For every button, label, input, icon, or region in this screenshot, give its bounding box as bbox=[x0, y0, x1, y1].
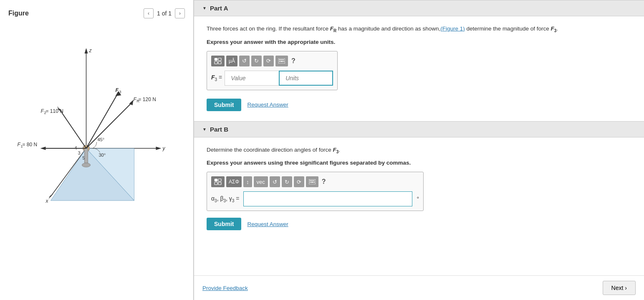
svg-text:z: z bbox=[89, 48, 92, 53]
part-a-section: ▼ Part A Three forces act on the ring. I… bbox=[194, 0, 644, 121]
svg-rect-58 bbox=[313, 180, 314, 181]
svg-rect-46 bbox=[283, 59, 284, 60]
next-btn[interactable]: Next › bbox=[603, 281, 636, 295]
svg-text:x: x bbox=[45, 198, 49, 204]
right-panel: ▼ Part A Three forces act on the ring. I… bbox=[194, 0, 644, 300]
svg-text:3: 3 bbox=[78, 150, 81, 155]
part-b-eq-label: α3, β3, γ3 = bbox=[211, 195, 239, 203]
svg-rect-51 bbox=[218, 179, 221, 181]
part-a-action-row: Submit Request Answer bbox=[207, 99, 631, 111]
mu-btn[interactable]: μÅ bbox=[226, 56, 237, 66]
keyboard-btn-a[interactable] bbox=[275, 56, 288, 66]
svg-rect-57 bbox=[312, 180, 313, 181]
provide-feedback-btn[interactable]: Provide Feedback bbox=[202, 285, 248, 291]
svg-rect-39 bbox=[218, 58, 221, 61]
svg-rect-41 bbox=[218, 61, 221, 64]
svg-rect-56 bbox=[311, 180, 312, 181]
svg-rect-40 bbox=[215, 61, 217, 64]
vec-btn[interactable]: vec bbox=[254, 176, 268, 187]
keyboard-btn-b[interactable] bbox=[306, 176, 318, 187]
next-label: Next bbox=[611, 285, 624, 291]
svg-text:3: 3 bbox=[119, 90, 121, 94]
part-b-question: Determine the coordinate direction angle… bbox=[207, 146, 631, 155]
svg-rect-12 bbox=[85, 148, 88, 163]
figure1-link[interactable]: (Figure 1) bbox=[440, 25, 465, 32]
help-btn-b[interactable]: ? bbox=[320, 178, 328, 186]
svg-text:F: F bbox=[41, 108, 44, 114]
part-a-question: Three forces act on the ring. If the res… bbox=[207, 25, 631, 34]
part-b-request-answer-btn[interactable]: Request Answer bbox=[247, 221, 288, 227]
svg-marker-1 bbox=[85, 48, 88, 53]
next-arrow-icon: › bbox=[625, 285, 627, 291]
part-a-units-input[interactable] bbox=[279, 71, 333, 86]
svg-text:F: F bbox=[116, 87, 119, 93]
part-b-action-row: Submit Request Answer bbox=[207, 218, 631, 230]
reset-btn-a[interactable]: ⟳ bbox=[263, 56, 274, 66]
part-b-content: Determine the coordinate direction angle… bbox=[194, 137, 644, 241]
figure-header: Figure ‹ 1 of 1 › bbox=[8, 8, 185, 18]
vec-label: vec bbox=[257, 179, 265, 185]
svg-text:30°: 30° bbox=[99, 153, 106, 158]
figure-next-btn[interactable]: › bbox=[175, 8, 185, 18]
svg-rect-53 bbox=[218, 182, 221, 185]
svg-text:4: 4 bbox=[75, 145, 77, 150]
svg-rect-45 bbox=[282, 59, 283, 60]
svg-rect-50 bbox=[215, 179, 217, 181]
undo-btn-a[interactable]: ↺ bbox=[239, 56, 250, 66]
svg-text:45°: 45° bbox=[98, 137, 105, 142]
part-b-input-box: ΑΣΦ ↕ vec ↺ ↻ ⟳ bbox=[207, 172, 424, 211]
part-a-collapse-icon[interactable]: ▼ bbox=[202, 6, 207, 10]
arrows-btn[interactable]: ↕ bbox=[243, 176, 252, 187]
part-b-collapse-icon[interactable]: ▼ bbox=[202, 127, 207, 132]
svg-text:= 80 N: = 80 N bbox=[23, 142, 38, 147]
figure-nav: ‹ 1 of 1 › bbox=[144, 8, 185, 18]
part-b-toolbar: ΑΣΦ ↕ vec ↺ ↻ ⟳ bbox=[211, 176, 419, 187]
reset-btn-b[interactable]: ⟳ bbox=[294, 176, 304, 187]
part-a-content: Three forces act on the ring. If the res… bbox=[194, 16, 644, 121]
part-b-submit-btn[interactable]: Submit bbox=[207, 218, 241, 230]
svg-rect-55 bbox=[310, 180, 311, 181]
svg-marker-4 bbox=[156, 147, 162, 150]
part-b-header: ▼ Part B bbox=[194, 121, 644, 137]
mu-label: μÅ bbox=[229, 58, 235, 64]
figure-nav-label: 1 of 1 bbox=[157, 10, 172, 17]
svg-rect-38 bbox=[215, 58, 217, 61]
part-b-label: Part B bbox=[210, 126, 228, 133]
part-a-input-box: μÅ ↺ ↻ ⟳ bbox=[207, 51, 338, 90]
figure-prev-btn[interactable]: ‹ bbox=[144, 8, 154, 18]
alpha-sigma-label: ΑΣΦ bbox=[229, 179, 239, 185]
svg-rect-44 bbox=[280, 59, 281, 60]
svg-point-13 bbox=[82, 163, 91, 167]
redo-btn-b[interactable]: ↻ bbox=[282, 176, 292, 187]
help-btn-a[interactable]: ? bbox=[290, 57, 297, 65]
grid-icon-btn[interactable] bbox=[211, 56, 225, 66]
part-b-section: ▼ Part B Determine the coordinate direct… bbox=[194, 121, 644, 241]
svg-marker-15 bbox=[40, 147, 46, 150]
matrix-btn[interactable] bbox=[211, 176, 225, 187]
left-panel: Figure ‹ 1 of 1 › z y x F bbox=[0, 0, 194, 300]
part-b-instruction: Express your answers using three signifi… bbox=[207, 160, 631, 166]
part-a-toolbar: μÅ ↺ ↻ ⟳ bbox=[211, 56, 333, 66]
svg-text:= 120 N: = 120 N bbox=[139, 97, 156, 102]
bottom-bar: Provide Feedback Next › bbox=[194, 275, 644, 300]
part-a-eq-label: F3 = bbox=[211, 74, 222, 82]
redo-btn-a[interactable]: ↻ bbox=[251, 56, 262, 66]
part-b-input-row: α3, β3, γ3 = ° bbox=[211, 191, 419, 206]
svg-rect-52 bbox=[215, 182, 217, 185]
part-b-answer-input[interactable] bbox=[243, 191, 412, 206]
alpha-sigma-btn[interactable]: ΑΣΦ bbox=[226, 176, 242, 187]
part-a-request-answer-btn[interactable]: Request Answer bbox=[247, 102, 288, 108]
svg-rect-49 bbox=[283, 61, 284, 62]
svg-rect-47 bbox=[279, 61, 280, 62]
part-a-submit-btn[interactable]: Submit bbox=[207, 99, 241, 111]
svg-rect-48 bbox=[280, 61, 283, 62]
svg-text:F: F bbox=[134, 97, 137, 102]
svg-text:F: F bbox=[18, 142, 21, 147]
svg-rect-59 bbox=[310, 182, 311, 183]
part-a-instruction: Express your answer with the appropriate… bbox=[207, 39, 631, 45]
undo-btn-b[interactable]: ↺ bbox=[270, 176, 280, 187]
figure-diagram: z y x F 1 = 80 N F 2 = 110 N F bbox=[8, 25, 185, 242]
svg-rect-61 bbox=[314, 182, 315, 183]
part-a-header: ▼ Part A bbox=[194, 0, 644, 16]
part-a-value-input[interactable] bbox=[225, 71, 279, 86]
